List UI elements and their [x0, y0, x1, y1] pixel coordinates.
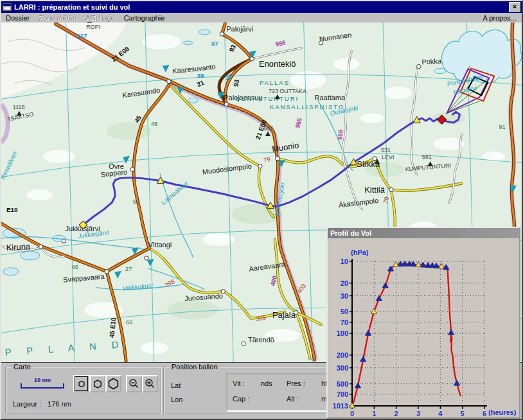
map-label: Nunnanen [319, 31, 352, 43]
wind-flag-icon [163, 65, 170, 73]
map-label: 955 [294, 117, 303, 128]
map-label: 45 E10 [108, 317, 117, 338]
scale-label: 10 nm [21, 377, 64, 383]
alt-label: Alt : [287, 392, 299, 406]
hex-large-icon [107, 378, 120, 390]
menubar: Dossier Zone météo Affichage Cartographi… [1, 13, 522, 22]
y-tick-label: 30 [341, 292, 348, 300]
town-node [62, 239, 66, 243]
y-tick-label: 20 [341, 279, 348, 287]
town-node [250, 57, 254, 60]
map-toolbar [73, 375, 158, 392]
map-label: 956 [275, 39, 287, 48]
map-label: Vaikkokusi [122, 282, 154, 292]
map-label: LEVI [382, 154, 394, 161]
wind-flag-icon [147, 259, 154, 267]
largeur-value: 176 nm [48, 400, 71, 408]
vit-label: Vit : [233, 376, 245, 390]
town-node [39, 245, 43, 249]
map-label: 79 [263, 155, 271, 164]
map-label: Torneälven [1, 150, 19, 181]
x-tick-label: 3 [416, 410, 420, 416]
x-tick-label: 2 [394, 410, 398, 416]
map-label: Palojärvi [226, 25, 253, 33]
town-node [105, 270, 109, 274]
zoom-out-button[interactable] [126, 375, 142, 392]
y-tick-label: 700 [337, 390, 348, 398]
map-label: 395 [164, 277, 176, 288]
map-label: 581 [422, 153, 432, 160]
y-tick-label: 50 [341, 308, 348, 315]
latlon-labels: Lat Lon [171, 378, 182, 407]
menu-a-propos[interactable]: A propos... [477, 14, 522, 22]
town-node [373, 157, 377, 161]
zoom-out-icon [129, 378, 139, 389]
x-axis-label: (heures) [488, 408, 517, 416]
map-label: 117 [76, 32, 87, 39]
map-label: 46 [71, 263, 78, 270]
map-width-readout: Largeur :176 nm [13, 400, 71, 408]
menu-affichage: Affichage [81, 14, 120, 22]
map-label: Vittangi [148, 241, 172, 249]
close-icon[interactable]: × [509, 2, 520, 12]
town-node [417, 64, 421, 68]
map-label: 395 [255, 313, 267, 322]
hex-small-button[interactable] [73, 375, 89, 392]
map-label: Kaaresuvanto [172, 63, 216, 75]
map-label: 48 [151, 120, 158, 127]
segment-marker [360, 356, 366, 362]
map-label: TSÅKTSO [6, 111, 34, 123]
map-label: 21 [196, 79, 206, 89]
x-tick-label: 5 [461, 410, 465, 416]
town-node [276, 157, 279, 161]
app-icon [3, 3, 12, 11]
town-node [130, 168, 134, 171]
map-label: 27 [125, 265, 132, 272]
x-tick-label: 1 [372, 410, 376, 416]
hex-small-icon [77, 380, 86, 389]
town-node [242, 342, 245, 346]
map-label: 723 OUTTAKA [269, 88, 306, 94]
carte-legend: Carte [12, 363, 33, 371]
peak-icon [87, 22, 92, 23]
map-label: 79 [382, 196, 390, 204]
zoom-in-icon [145, 378, 155, 389]
carte-group: Carte 10 nm [5, 367, 162, 414]
map-label: 531 [381, 147, 391, 153]
profil-du-vol-window: Profil du Vol 10203050701002003005007001… [326, 227, 520, 419]
hex-medium-button[interactable] [89, 375, 105, 392]
town-node [224, 102, 228, 106]
segment-marker [454, 380, 460, 385]
lat-label: Lat [171, 378, 182, 392]
map-label: P P L A N D [4, 338, 125, 358]
titlebar[interactable]: LARRI : préparation et suivi du vol × [1, 1, 522, 13]
lon-label: Lon [171, 392, 182, 407]
y-axis-label: (hPa) [351, 249, 369, 256]
town-node [145, 256, 148, 260]
map-label: 38 [197, 72, 204, 79]
map-label: Tärendö [248, 336, 274, 344]
zoom-in-button[interactable] [142, 375, 158, 392]
map-label: OUNASTUNTURI [235, 95, 299, 102]
menu-dossier[interactable]: Dossier [1, 14, 34, 22]
town-node [319, 41, 323, 45]
map-label: E10 [6, 206, 18, 213]
position-legend: Position ballon [170, 363, 220, 371]
largeur-label: Largeur : [13, 400, 41, 408]
town-node [167, 79, 171, 83]
chart-window-titlebar[interactable]: Profil du Vol [328, 228, 519, 238]
town-node [258, 164, 262, 168]
map-label: 91 [499, 123, 506, 130]
hex-large-button[interactable] [105, 375, 121, 392]
town-node [294, 310, 298, 314]
menu-cartographie[interactable]: Cartographie [120, 14, 170, 22]
map-label: Pajala [272, 310, 296, 320]
map-label: Svappavaara [63, 272, 105, 284]
map-label: 955 [336, 130, 344, 140]
map-label: Muodoslompolo [202, 162, 252, 175]
town-node [389, 188, 393, 191]
y-tick-label: 200 [337, 351, 348, 359]
map-label: Kittilä [364, 185, 385, 195]
map-label: Äkäslompolo [338, 197, 379, 209]
hex-medium-icon [93, 379, 103, 389]
